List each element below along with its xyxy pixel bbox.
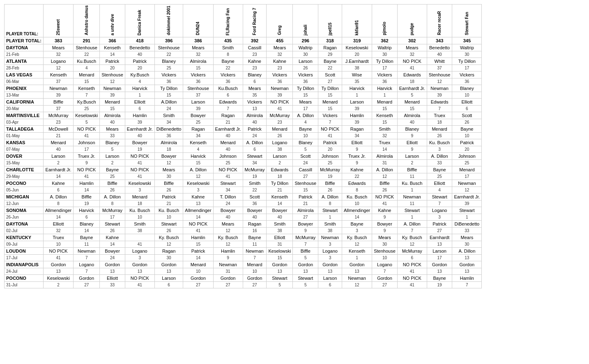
race-name-row-1: ATLANTALoganoKu.BuschPatrickPatrickBlane… <box>5 58 482 65</box>
pick-11-2: A. Dillon <box>100 193 125 200</box>
points-8-0: 2 <box>43 159 73 166</box>
pick-5-11: Hamlin <box>342 112 372 119</box>
pick-7-15: Patrick <box>452 139 482 146</box>
points-0-15: 30 <box>452 51 482 58</box>
points-12-14: 3 <box>427 214 452 220</box>
points-0-13: 32 <box>397 51 427 58</box>
points-1-9: 26 <box>293 65 318 71</box>
points-0-9: 30 <box>293 51 318 58</box>
pick-4-3: Elliott <box>125 98 154 105</box>
points-5-6: 21 <box>213 119 243 125</box>
points-2-7: 6 <box>243 78 267 85</box>
points-16-0: 13 <box>43 268 73 274</box>
pick-12-10: Stewart <box>318 207 342 214</box>
points-12-4: 10 <box>154 214 183 220</box>
pick-10-0: Kahne <box>43 180 73 187</box>
race-date-17: 31-Jul <box>5 281 44 288</box>
points-17-0: 2 <box>43 281 73 288</box>
column-label-sweet: 25sweet <box>56 19 61 35</box>
points-7-2: 5 <box>100 146 125 152</box>
points-10-12: 26 <box>372 187 398 193</box>
total-jpell15: 318 <box>318 37 342 44</box>
total-greg: 455 <box>267 37 293 44</box>
pick-0-8: Mears <box>267 44 293 51</box>
pick-11-0: A. Dillon <box>43 193 73 200</box>
points-10-11: 8 <box>342 187 372 193</box>
pick-4-7: Vickers <box>243 98 267 105</box>
points-14-5: 15 <box>183 241 213 247</box>
pick-1-2: Patrick <box>100 58 125 65</box>
pick-8-6: Johnson <box>213 152 243 159</box>
points-7-6: 40 <box>213 146 243 152</box>
points-10-14: 4 <box>427 187 452 193</box>
points-9-8: 18 <box>267 173 293 180</box>
points-12-13: 1 <box>397 214 427 220</box>
points-0-14: 40 <box>427 51 452 58</box>
points-12-6: 40 <box>213 214 243 220</box>
pick-15-15: A. Dillon <box>452 247 482 254</box>
total-sweet: 383 <box>43 37 73 44</box>
points-15-1: 7 <box>74 254 100 261</box>
points-1-6: 22 <box>213 65 243 71</box>
points-4-12: 15 <box>372 105 398 112</box>
race-date-8: 15-May <box>5 159 44 166</box>
points-10-9: 15 <box>293 187 318 193</box>
pick-1-1: Ku.Busch <box>74 58 100 65</box>
pick-12-13: Stewart <box>397 207 427 214</box>
pick-7-9: Blaney <box>293 139 318 146</box>
pick-9-8: Edwards <box>267 166 293 173</box>
pick-4-8: NO PICK <box>267 98 293 105</box>
pick-14-1: Bayne <box>74 234 100 241</box>
points-16-2: 13 <box>100 268 125 274</box>
points-8-5: 15 <box>183 159 213 166</box>
points-12-9: 27 <box>293 214 318 220</box>
points-15-11: 1 <box>342 254 372 261</box>
race-date-row-10: 05-Jun61426326334222115268261412 <box>5 187 482 193</box>
pick-0-3: Benedetto <box>125 44 154 51</box>
pick-7-0: Menard <box>43 139 73 146</box>
pick-1-3: Patrick <box>125 58 154 65</box>
pick-8-3: NO PICK <box>125 152 154 159</box>
pick-9-6: NO PICK <box>213 166 243 173</box>
points-0-3: 40 <box>125 51 154 58</box>
points-16-8: 13 <box>267 268 293 274</box>
points-0-12: 30 <box>372 51 398 58</box>
points-8-8: 2 <box>267 159 293 166</box>
pick-13-9: Bowyer <box>293 220 318 227</box>
points-5-12: 15 <box>372 119 398 125</box>
pick-6-12: Smith <box>372 125 398 132</box>
points-2-5: 36 <box>183 78 213 85</box>
race-date-16: 24-Jul <box>5 268 44 274</box>
column-header-sweet: 25sweet <box>43 5 73 37</box>
total-danica: 418 <box>125 37 154 44</box>
pick-2-4: Vickers <box>154 71 183 78</box>
picks-table: PLAYER TOTAL: 25sweetAshstro damusa untv… <box>4 4 482 288</box>
pick-14-10: Newman <box>318 234 342 241</box>
pick-16-12: Logano <box>372 261 398 268</box>
pick-1-8: Kahne <box>267 58 293 65</box>
points-2-9: 36 <box>293 78 318 85</box>
race-name-row-17: POCONOKeselowskiGordonElliottNO PICKLars… <box>5 274 482 281</box>
points-7-5: 4 <box>183 146 213 152</box>
points-5-5: 25 <box>183 119 213 125</box>
points-12-1: 6 <box>74 214 100 220</box>
pick-0-2: Kenseth <box>100 44 125 51</box>
points-12-11: 14 <box>342 214 372 220</box>
points-11-5: 13 <box>183 200 213 207</box>
pick-17-10: Larson <box>318 274 342 281</box>
pick-9-12: A. Dillon <box>372 166 398 173</box>
pick-3-6: Ku.Busch <box>213 85 243 92</box>
pick-2-15: Vickers <box>452 71 482 78</box>
column-header-fordracing: Ford Racing 7 <box>243 5 267 37</box>
pick-10-6: Stewart <box>213 180 243 187</box>
total-dokimmel: 396 <box>154 37 183 44</box>
column-headers: PLAYER TOTAL: 25sweetAshstro damusa untv… <box>5 5 482 37</box>
points-4-11: 39 <box>342 105 372 112</box>
points-6-10: 41 <box>318 132 342 139</box>
points-13-7: 16 <box>243 227 267 234</box>
pick-2-13: Edwards <box>397 71 427 78</box>
race-name-17: POCONO <box>5 274 44 281</box>
points-10-1: 14 <box>74 187 100 193</box>
points-6-11: 34 <box>342 132 372 139</box>
pick-9-15: Menard <box>452 166 482 173</box>
